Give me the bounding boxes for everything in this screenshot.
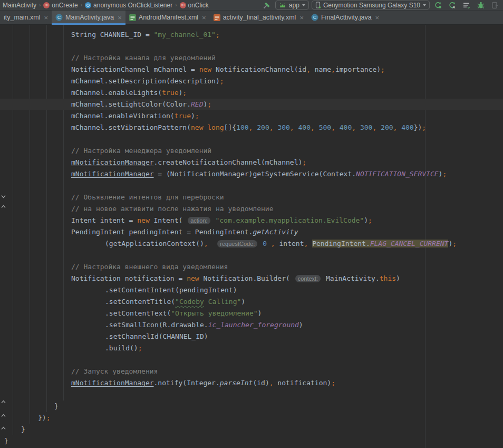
code-line: // Настройка канала для уведомлений <box>0 52 503 64</box>
code-line: // Настройка менеджера уведомлений <box>0 145 503 157</box>
svg-text:C: C <box>57 15 61 20</box>
code-token: .setContentText( <box>105 309 171 317</box>
code-token: this <box>380 274 396 282</box>
code-token: // Обьявление интентов для переброски <box>71 193 224 201</box>
code-token: .setSmallIcon(R.drawable. <box>105 321 208 329</box>
code-token: parseInt <box>220 379 253 387</box>
tab-mainactivity-java[interactable]: C MainActivity.java × <box>52 11 125 24</box>
code-token: 200 <box>381 123 393 131</box>
code-token: NotificationChannel mChannel = <box>71 65 199 73</box>
editor-tab-bar: ity_main.xml × C MainActivity.java × And… <box>0 11 503 25</box>
code-editor[interactable]: String CHANNEL_ID = "my_channel_01";// Н… <box>0 25 503 448</box>
code-token: true <box>175 112 191 120</box>
code-token: ) <box>241 298 245 306</box>
code-token: // Запуск уведомления <box>71 367 158 375</box>
apply-changes-restart-icon[interactable] <box>432 1 444 10</box>
code-token: Intent( <box>150 216 187 224</box>
fold-marker-icon[interactable] <box>1 424 6 430</box>
code-token: ; <box>442 170 447 178</box>
tab-androidmanifest-xml[interactable]: AndroidManifest.xml × <box>125 11 210 24</box>
apply-code-changes-icon[interactable]: A <box>447 1 458 10</box>
debug-icon[interactable] <box>475 1 487 10</box>
code-line: mChannel.setDescription(description); <box>0 75 503 87</box>
code-line <box>0 250 503 261</box>
run-config-selector[interactable]: app <box>275 1 309 9</box>
code-token: .createNotificationChannel(mChannel) <box>154 158 303 166</box>
code-token: mChannel.setLightColor(Color. <box>71 100 191 108</box>
attach-debugger-icon[interactable] <box>489 1 501 10</box>
breadcrumb-label: anonymous OnClickListener <box>93 2 172 9</box>
code-token: ) <box>258 309 262 317</box>
code-token: .setContentTitle( <box>105 298 175 306</box>
code-token: ic_launcher_foreground <box>208 321 299 329</box>
fold-marker-icon[interactable] <box>1 411 6 417</box>
build-hammer-icon[interactable] <box>261 1 273 10</box>
code-token: = (NotificationManager)getSystemService(… <box>154 170 356 178</box>
code-token: 100 <box>236 123 248 131</box>
tab-activity-main-xml[interactable]: ity_main.xml × <box>0 11 52 24</box>
code-token: ; <box>216 31 220 39</box>
code-token: ) <box>299 321 303 329</box>
code-token: MainActivity. <box>322 274 380 282</box>
code-token: action: <box>188 217 210 224</box>
code-token: "com.example.myapplication.EvilCode" <box>215 216 364 224</box>
close-tab-icon[interactable]: × <box>375 14 380 21</box>
device-selector[interactable]: Genymotion Samsung Galaxy S10 <box>312 1 430 9</box>
svg-text:A: A <box>452 5 456 9</box>
code-line <box>0 354 503 366</box>
code-token: PendingIntent. <box>312 240 370 247</box>
code-token: , <box>331 123 335 131</box>
fold-marker-icon[interactable] <box>1 202 6 208</box>
code-line: .setChannelId(CHANNEL_ID) <box>0 331 503 342</box>
breadcrumb-item-anonymous-class[interactable]: anonymous OnClickListener <box>83 2 174 9</box>
code-token: intent <box>275 240 304 247</box>
tab-finalacttivity-java[interactable]: C FinalActtivity.java × <box>307 11 383 24</box>
java-class-icon: C <box>55 14 63 21</box>
code-token: mChannel.enableLights( <box>71 89 162 97</box>
code-line: mNotificationManager.createNotificationC… <box>0 157 503 168</box>
code-token: context: <box>295 275 321 282</box>
breadcrumb-item-method[interactable]: m onCreate <box>42 2 79 9</box>
breadcrumb-item-class[interactable]: MainActivity <box>1 2 38 9</box>
method-icon: m <box>43 2 50 8</box>
code-line: .build(); <box>0 342 503 354</box>
code-token: notification) <box>274 379 332 387</box>
close-tab-icon[interactable]: × <box>118 14 122 21</box>
code-token: new <box>187 274 199 282</box>
code-token: String CHANNEL_ID = <box>71 31 154 39</box>
breadcrumb-item-method[interactable]: m onClick <box>178 2 210 9</box>
code-token: , <box>290 123 294 131</box>
breadcrumb: MainActivity › m onCreate › anonymous On… <box>1 2 210 9</box>
code-line: // Настройка внешнего вида уведомления <box>0 261 503 273</box>
code-line: mNotificationManager.notify(Integer.pars… <box>0 377 503 389</box>
code-token <box>267 240 271 247</box>
close-tab-icon[interactable]: × <box>44 14 48 21</box>
breadcrumb-separator-icon: › <box>80 2 83 8</box>
profiler-icon[interactable] <box>461 1 472 10</box>
code-token <box>335 123 340 131</box>
close-tab-icon[interactable]: × <box>202 14 206 21</box>
code-token: new <box>199 65 211 73</box>
code-line: (getApplicationContext(), requestCode: 0… <box>0 238 503 250</box>
android-studio-window: MainActivity › m onCreate › anonymous On… <box>0 0 503 448</box>
chevron-down-icon <box>302 4 305 6</box>
code-line: Intent intent = new Intent( action: "com… <box>0 215 503 226</box>
java-class-icon: C <box>311 14 318 21</box>
code-token: ; <box>368 216 372 224</box>
code-line: .setContentTitle("Codeby Calling") <box>0 296 503 308</box>
code-line: // Запуск уведомления <box>0 366 503 377</box>
code-token: requestCode: <box>217 240 257 247</box>
fold-marker-icon[interactable] <box>1 397 6 403</box>
code-token: // Настройка внешнего вида уведомления <box>71 263 228 271</box>
tab-activity-final-acttivity-xml[interactable]: activity_final_acttivity.xml × <box>210 11 307 24</box>
code-token: .build() <box>105 344 138 352</box>
code-token: .setChannelId(CHANNEL_ID) <box>105 332 208 340</box>
close-tab-icon[interactable]: × <box>299 14 304 21</box>
fold-marker-icon[interactable] <box>1 192 6 198</box>
tab-label: FinalActtivity.java <box>321 14 372 21</box>
code-token: ; <box>452 240 457 247</box>
code-token: ; <box>182 89 187 97</box>
code-token: , <box>331 65 335 73</box>
code-content: String CHANNEL_ID = "my_channel_01";// Н… <box>0 29 503 447</box>
code-token: "Открыть уведомление" <box>171 309 257 317</box>
